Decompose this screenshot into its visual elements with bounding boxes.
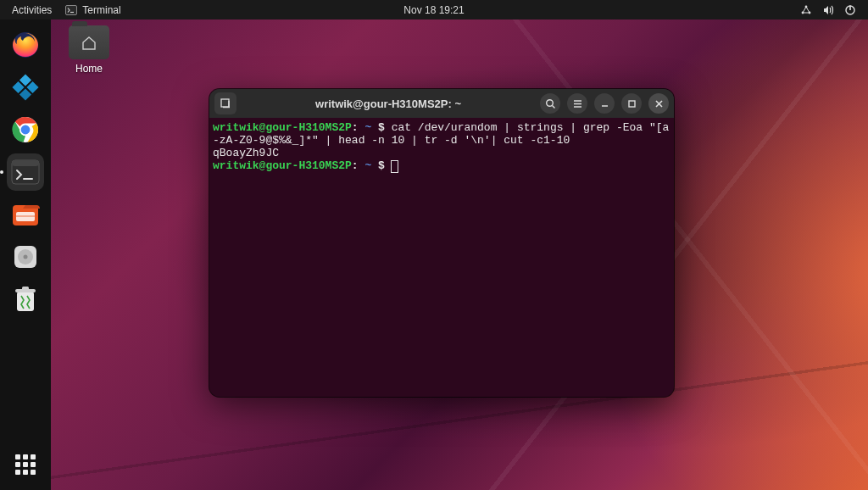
terminal-body[interactable]: writwik@gour-H310MS2P: ~ $ cat /dev/uran… <box>209 118 674 397</box>
show-applications-button[interactable] <box>7 446 44 483</box>
terminal-icon <box>65 5 77 15</box>
svg-rect-10 <box>12 81 24 93</box>
terminal-window: writwik@gour-H310MS2P: ~ <box>209 89 674 397</box>
dock-chrome[interactable] <box>7 111 44 148</box>
dock-trash[interactable] <box>7 281 44 318</box>
dock-terminal[interactable] <box>7 153 44 191</box>
folder-icon <box>69 25 109 59</box>
svg-rect-27 <box>221 99 229 107</box>
power-icon <box>844 4 856 16</box>
terminal-icon <box>11 159 40 185</box>
svg-rect-11 <box>19 88 31 100</box>
search-button[interactable] <box>540 93 560 114</box>
dock-kodi[interactable] <box>7 69 44 106</box>
svg-rect-20 <box>16 215 35 217</box>
prompt-user-host: writwik@gour-H310MS2P <box>213 159 352 172</box>
prompt-path: ~ <box>359 121 372 134</box>
app-menu-label: Terminal <box>82 4 120 16</box>
svg-rect-24 <box>17 292 34 311</box>
volume-icon <box>822 4 834 16</box>
svg-rect-26 <box>22 287 29 290</box>
svg-point-30 <box>546 99 553 106</box>
svg-line-31 <box>552 105 554 108</box>
system-tray[interactable] <box>800 4 868 16</box>
minimize-button[interactable] <box>594 93 615 114</box>
desktop-home-folder[interactable]: Home <box>64 25 114 75</box>
hamburger-menu-button[interactable] <box>567 93 587 114</box>
disks-icon <box>12 243 39 270</box>
svg-point-23 <box>24 255 28 259</box>
dock-files[interactable] <box>7 196 44 233</box>
network-icon <box>800 4 812 16</box>
terminal-output: qBoayZh9JC <box>213 147 279 159</box>
svg-rect-9 <box>26 81 38 93</box>
dock-disks[interactable] <box>7 238 44 276</box>
close-button[interactable] <box>648 93 669 114</box>
activities-button[interactable]: Activities <box>7 4 57 16</box>
maximize-button[interactable] <box>621 93 642 114</box>
svg-rect-16 <box>12 160 39 166</box>
desktop-home-label: Home <box>75 63 103 75</box>
prompt-path: ~ <box>359 159 372 172</box>
firefox-icon <box>11 31 40 59</box>
svg-rect-36 <box>629 101 635 107</box>
window-titlebar[interactable]: writwik@gour-H310MS2P: ~ <box>209 89 674 118</box>
files-icon <box>11 202 40 227</box>
top-bar: Activities Terminal Nov 18 19:21 <box>0 0 868 19</box>
chrome-icon <box>12 116 39 143</box>
trash-icon <box>13 285 38 314</box>
svg-rect-0 <box>66 5 77 14</box>
dock <box>0 19 51 490</box>
prompt-user-host: writwik@gour-H310MS2P <box>213 121 352 134</box>
apps-grid-icon <box>15 454 36 475</box>
svg-rect-8 <box>19 74 31 86</box>
new-tab-button[interactable] <box>214 92 236 114</box>
terminal-cursor <box>392 161 398 172</box>
window-title: writwik@gour-H310MS2P: ~ <box>242 97 535 110</box>
kodi-icon <box>12 74 39 101</box>
dock-firefox[interactable] <box>7 26 44 64</box>
app-menu[interactable]: Terminal <box>58 4 127 16</box>
clock[interactable]: Nov 18 19:21 <box>403 4 464 16</box>
